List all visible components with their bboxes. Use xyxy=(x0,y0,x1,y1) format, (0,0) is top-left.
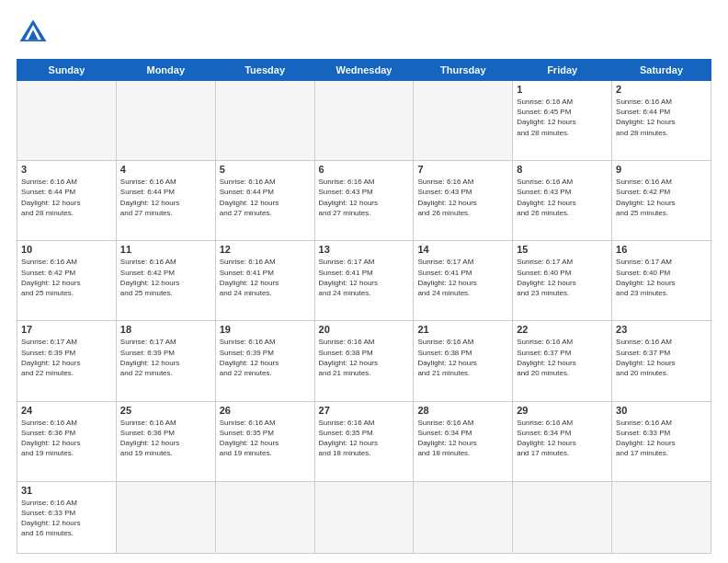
day-number: 22 xyxy=(517,324,608,335)
calendar-cell xyxy=(215,481,314,553)
calendar-cell xyxy=(513,481,612,553)
day-number: 7 xyxy=(417,164,508,175)
day-info: Sunrise: 6:16 AM Sunset: 6:33 PM Dayligh… xyxy=(616,418,707,459)
week-row-4: 24Sunrise: 6:16 AM Sunset: 6:36 PM Dayli… xyxy=(17,401,711,481)
day-info: Sunrise: 6:16 AM Sunset: 6:45 PM Dayligh… xyxy=(517,97,608,138)
day-info: Sunrise: 6:16 AM Sunset: 6:43 PM Dayligh… xyxy=(319,177,410,218)
calendar-cell: 13Sunrise: 6:17 AM Sunset: 6:41 PM Dayli… xyxy=(314,241,414,321)
day-header-friday: Friday xyxy=(513,60,612,81)
day-info: Sunrise: 6:16 AM Sunset: 6:36 PM Dayligh… xyxy=(120,418,211,459)
day-info: Sunrise: 6:17 AM Sunset: 6:41 PM Dayligh… xyxy=(319,257,410,298)
week-row-2: 10Sunrise: 6:16 AM Sunset: 6:42 PM Dayli… xyxy=(17,241,711,321)
calendar-cell: 3Sunrise: 6:16 AM Sunset: 6:44 PM Daylig… xyxy=(17,161,117,241)
calendar-cell: 6Sunrise: 6:16 AM Sunset: 6:43 PM Daylig… xyxy=(314,161,414,241)
day-number: 28 xyxy=(417,405,508,416)
calendar-cell: 10Sunrise: 6:16 AM Sunset: 6:42 PM Dayli… xyxy=(17,241,117,321)
calendar-cell: 21Sunrise: 6:16 AM Sunset: 6:38 PM Dayli… xyxy=(414,321,513,401)
day-number: 9 xyxy=(616,164,707,175)
day-info: Sunrise: 6:17 AM Sunset: 6:41 PM Dayligh… xyxy=(417,257,508,298)
day-number: 8 xyxy=(517,164,608,175)
calendar-cell: 5Sunrise: 6:16 AM Sunset: 6:44 PM Daylig… xyxy=(215,161,314,241)
day-info: Sunrise: 6:16 AM Sunset: 6:38 PM Dayligh… xyxy=(319,337,410,378)
day-number: 5 xyxy=(220,164,311,175)
calendar-cell: 18Sunrise: 6:17 AM Sunset: 6:39 PM Dayli… xyxy=(116,321,215,401)
calendar-cell xyxy=(414,481,513,553)
logo xyxy=(17,17,55,50)
calendar-cell: 8Sunrise: 6:16 AM Sunset: 6:43 PM Daylig… xyxy=(513,161,612,241)
day-number: 11 xyxy=(120,244,211,255)
day-info: Sunrise: 6:16 AM Sunset: 6:34 PM Dayligh… xyxy=(517,418,608,459)
day-header-sunday: Sunday xyxy=(17,60,117,81)
day-number: 13 xyxy=(319,244,410,255)
calendar-cell: 28Sunrise: 6:16 AM Sunset: 6:34 PM Dayli… xyxy=(414,401,513,481)
day-number: 21 xyxy=(417,324,508,335)
calendar-cell: 24Sunrise: 6:16 AM Sunset: 6:36 PM Dayli… xyxy=(17,401,117,481)
week-row-5: 31Sunrise: 6:16 AM Sunset: 6:33 PM Dayli… xyxy=(17,481,711,553)
day-header-monday: Monday xyxy=(116,60,215,81)
day-info: Sunrise: 6:17 AM Sunset: 6:39 PM Dayligh… xyxy=(21,337,112,378)
day-info: Sunrise: 6:16 AM Sunset: 6:42 PM Dayligh… xyxy=(616,177,707,218)
calendar-cell: 22Sunrise: 6:16 AM Sunset: 6:37 PM Dayli… xyxy=(513,321,612,401)
calendar-cell: 19Sunrise: 6:16 AM Sunset: 6:39 PM Dayli… xyxy=(215,321,314,401)
day-number: 25 xyxy=(120,405,211,416)
day-number: 19 xyxy=(220,324,311,335)
calendar-cell xyxy=(314,481,414,553)
calendar-cell: 23Sunrise: 6:16 AM Sunset: 6:37 PM Dayli… xyxy=(612,321,711,401)
day-info: Sunrise: 6:17 AM Sunset: 6:40 PM Dayligh… xyxy=(616,257,707,298)
day-header-wednesday: Wednesday xyxy=(314,60,414,81)
day-number: 14 xyxy=(417,244,508,255)
days-header-row: SundayMondayTuesdayWednesdayThursdayFrid… xyxy=(17,60,711,81)
day-number: 24 xyxy=(21,405,112,416)
calendar-cell: 2Sunrise: 6:16 AM Sunset: 6:44 PM Daylig… xyxy=(612,81,711,161)
day-header-thursday: Thursday xyxy=(414,60,513,81)
day-info: Sunrise: 6:16 AM Sunset: 6:42 PM Dayligh… xyxy=(21,257,112,298)
calendar-cell: 7Sunrise: 6:16 AM Sunset: 6:43 PM Daylig… xyxy=(414,161,513,241)
calendar-cell xyxy=(116,81,215,161)
day-info: Sunrise: 6:16 AM Sunset: 6:42 PM Dayligh… xyxy=(120,257,211,298)
day-info: Sunrise: 6:16 AM Sunset: 6:38 PM Dayligh… xyxy=(417,337,508,378)
calendar-cell: 29Sunrise: 6:16 AM Sunset: 6:34 PM Dayli… xyxy=(513,401,612,481)
day-number: 20 xyxy=(319,324,410,335)
day-number: 2 xyxy=(616,84,707,95)
day-info: Sunrise: 6:16 AM Sunset: 6:33 PM Dayligh… xyxy=(21,498,112,539)
day-number: 31 xyxy=(21,485,112,496)
week-row-1: 3Sunrise: 6:16 AM Sunset: 6:44 PM Daylig… xyxy=(17,161,711,241)
day-info: Sunrise: 6:16 AM Sunset: 6:35 PM Dayligh… xyxy=(220,418,311,459)
calendar-cell: 15Sunrise: 6:17 AM Sunset: 6:40 PM Dayli… xyxy=(513,241,612,321)
calendar-cell: 30Sunrise: 6:16 AM Sunset: 6:33 PM Dayli… xyxy=(612,401,711,481)
day-info: Sunrise: 6:16 AM Sunset: 6:39 PM Dayligh… xyxy=(220,337,311,378)
day-info: Sunrise: 6:16 AM Sunset: 6:44 PM Dayligh… xyxy=(120,177,211,218)
day-number: 1 xyxy=(517,84,608,95)
calendar-cell: 11Sunrise: 6:16 AM Sunset: 6:42 PM Dayli… xyxy=(116,241,215,321)
day-info: Sunrise: 6:17 AM Sunset: 6:39 PM Dayligh… xyxy=(120,337,211,378)
day-info: Sunrise: 6:16 AM Sunset: 6:43 PM Dayligh… xyxy=(417,177,508,218)
day-info: Sunrise: 6:16 AM Sunset: 6:44 PM Dayligh… xyxy=(21,177,112,218)
calendar-cell: 14Sunrise: 6:17 AM Sunset: 6:41 PM Dayli… xyxy=(414,241,513,321)
calendar-cell xyxy=(116,481,215,553)
calendar-cell: 4Sunrise: 6:16 AM Sunset: 6:44 PM Daylig… xyxy=(116,161,215,241)
calendar-cell: 20Sunrise: 6:16 AM Sunset: 6:38 PM Dayli… xyxy=(314,321,414,401)
calendar-cell xyxy=(612,481,711,553)
calendar-cell xyxy=(414,81,513,161)
day-number: 27 xyxy=(319,405,410,416)
day-info: Sunrise: 6:16 AM Sunset: 6:37 PM Dayligh… xyxy=(616,337,707,378)
day-info: Sunrise: 6:16 AM Sunset: 6:36 PM Dayligh… xyxy=(21,418,112,459)
day-info: Sunrise: 6:16 AM Sunset: 6:35 PM Dayligh… xyxy=(319,418,410,459)
calendar-cell: 9Sunrise: 6:16 AM Sunset: 6:42 PM Daylig… xyxy=(612,161,711,241)
calendar-cell: 16Sunrise: 6:17 AM Sunset: 6:40 PM Dayli… xyxy=(612,241,711,321)
calendar: SundayMondayTuesdayWednesdayThursdayFrid… xyxy=(17,59,711,554)
day-header-saturday: Saturday xyxy=(612,60,711,81)
calendar-cell: 31Sunrise: 6:16 AM Sunset: 6:33 PM Dayli… xyxy=(17,481,117,553)
calendar-cell: 1Sunrise: 6:16 AM Sunset: 6:45 PM Daylig… xyxy=(513,81,612,161)
day-info: Sunrise: 6:17 AM Sunset: 6:40 PM Dayligh… xyxy=(517,257,608,298)
day-number: 3 xyxy=(21,164,112,175)
page: SundayMondayTuesdayWednesdayThursdayFrid… xyxy=(0,0,728,563)
day-header-tuesday: Tuesday xyxy=(215,60,314,81)
day-number: 17 xyxy=(21,324,112,335)
day-number: 18 xyxy=(120,324,211,335)
header xyxy=(17,17,711,50)
calendar-cell xyxy=(314,81,414,161)
day-number: 12 xyxy=(220,244,311,255)
day-number: 30 xyxy=(616,405,707,416)
day-info: Sunrise: 6:16 AM Sunset: 6:34 PM Dayligh… xyxy=(417,418,508,459)
